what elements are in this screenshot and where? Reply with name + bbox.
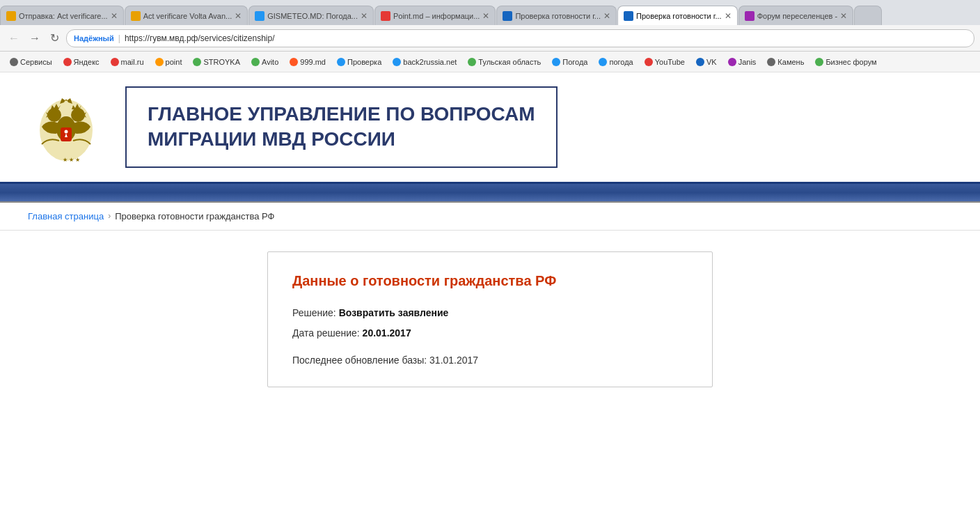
tab-5[interactable]: Проверка готовности г... ✕	[496, 6, 617, 25]
bookmark-tulskaya-icon	[468, 58, 476, 66]
bookmark-youtube-icon	[645, 58, 653, 66]
decision-value: Возвратить заявление	[339, 307, 449, 318]
tab-1-label: Отправка: Act verificare...	[19, 12, 108, 20]
bookmark-tulskaya-label: Тульская область	[478, 58, 541, 66]
bookmark-proverka-icon	[337, 58, 345, 66]
bookmarks-bar: Сервисы Яндекс mail.ru point STROYKA Avi…	[0, 52, 980, 72]
bookmark-pogoda1-icon	[552, 58, 560, 66]
bookmark-mailru[interactable]: mail.ru	[106, 56, 148, 68]
tab-6[interactable]: Проверка готовности г... ✕	[617, 6, 738, 25]
bookmark-pogoda2-icon	[599, 58, 607, 66]
bookmark-biznes[interactable]: Бизнес форум	[811, 56, 880, 68]
bookmark-point-icon	[155, 58, 164, 66]
bookmark-pogoda2-label: погода	[609, 58, 633, 66]
breadcrumb-separator: ›	[108, 211, 111, 221]
bookmark-servisy[interactable]: Сервисы	[6, 56, 56, 68]
bookmark-999md-label: 999.md	[300, 58, 326, 66]
tab-8[interactable]	[854, 6, 882, 25]
main-content: Данные о готовности гражданства РФ Решен…	[0, 231, 980, 509]
bookmark-biznes-icon	[815, 58, 823, 66]
tab-1[interactable]: Отправка: Act verificare... ✕	[0, 6, 124, 25]
bookmark-janis-label: Janis	[738, 58, 757, 66]
bookmark-kamen-label: Камень	[777, 58, 804, 66]
tab-3-close[interactable]: ✕	[361, 11, 368, 21]
bookmark-youtube[interactable]: YouTube	[640, 56, 689, 68]
tab-4-favicon	[381, 11, 390, 21]
bookmark-youtube-label: YouTube	[655, 58, 685, 66]
bookmark-servisy-label: Сервисы	[20, 58, 52, 66]
bookmark-999md-icon	[290, 58, 298, 66]
reload-button[interactable]: ↻	[47, 30, 62, 46]
bookmark-back2russia[interactable]: back2russia.net	[388, 56, 461, 68]
svg-text:★ ★ ★: ★ ★ ★	[63, 157, 80, 163]
tab-3-label: GISMETEO.MD: Погода...	[267, 12, 358, 20]
bookmark-back2russia-label: back2russia.net	[403, 58, 457, 66]
tab-5-label: Проверка готовности г...	[515, 12, 601, 20]
tab-4-label: Point.md – информаци...	[393, 12, 480, 20]
bookmark-yandex-icon	[63, 58, 72, 66]
address-input-container[interactable]: Надёжный | https://гувм.мвд.рф/services/…	[66, 29, 974, 47]
bookmark-servisy-icon	[10, 58, 18, 66]
bookmark-vk-label: VK	[706, 58, 717, 66]
tab-1-close[interactable]: ✕	[111, 11, 118, 21]
bookmark-yandex[interactable]: Яндекс	[59, 56, 104, 68]
tab-7[interactable]: Форум переселенцев - ✕	[738, 6, 854, 25]
bookmark-pogoda1[interactable]: Погода	[548, 56, 592, 68]
forward-button[interactable]: →	[26, 31, 43, 46]
bookmark-stroyka[interactable]: STROYKA	[189, 56, 244, 68]
bookmark-avito-icon	[251, 58, 260, 66]
secure-divider: |	[118, 33, 120, 43]
update-label: Последнее обновление базы:	[292, 355, 429, 366]
tab-1-favicon	[6, 11, 16, 21]
bookmark-stroyka-label: STROYKA	[203, 58, 240, 66]
emblem: ★ ★ ★	[28, 88, 104, 165]
bookmark-back2russia-icon	[393, 58, 401, 66]
tab-2-close[interactable]: ✕	[235, 11, 242, 21]
site-title: ГЛАВНОЕ УПРАВЛЕНИЕ ПО ВОПРОСАМ МИГРАЦИИ …	[125, 86, 558, 168]
tab-7-favicon	[745, 11, 754, 21]
tab-6-label: Проверка готовности г...	[636, 12, 722, 20]
bookmark-vk[interactable]: VK	[692, 56, 721, 68]
breadcrumb-home-link[interactable]: Главная страница	[28, 211, 104, 222]
bookmark-pogoda2[interactable]: погода	[594, 56, 637, 68]
svg-point-6	[65, 130, 68, 134]
bookmark-kamen[interactable]: Камень	[763, 56, 808, 68]
bookmark-999md[interactable]: 999.md	[285, 56, 330, 68]
tab-bar: Отправка: Act verificare... ✕ Act verifi…	[0, 0, 980, 25]
date-value: 20.01.2017	[363, 327, 411, 339]
page-content: ★ ★ ★ ГЛАВНОЕ УПРАВЛЕНИЕ ПО ВОПРОСАМ МИГ…	[0, 72, 980, 509]
tab-4[interactable]: Point.md – информаци... ✕	[374, 6, 496, 25]
update-value: 31.01.2017	[429, 355, 478, 366]
tab-7-close[interactable]: ✕	[840, 11, 847, 21]
breadcrumb-current: Проверка готовности гражданства РФ	[115, 211, 274, 222]
bookmark-mailru-icon	[111, 58, 119, 66]
tab-2-label: Act verificare Volta Avan...	[143, 12, 232, 20]
tab-2[interactable]: Act verificare Volta Avan... ✕	[125, 6, 248, 25]
bookmark-proverka[interactable]: Проверка	[333, 56, 386, 68]
site-header: ★ ★ ★ ГЛАВНОЕ УПРАВЛЕНИЕ ПО ВОПРОСАМ МИГ…	[0, 72, 980, 182]
breadcrumb: Главная страница › Проверка готовности г…	[0, 203, 980, 231]
site-title-line2: МИГРАЦИИ МВД РОССИИ	[148, 127, 535, 152]
bookmark-avito[interactable]: Avito	[247, 56, 283, 68]
bookmark-janis[interactable]: Janis	[724, 56, 761, 68]
back-button[interactable]: ←	[6, 31, 22, 46]
tab-7-label: Форум переселенцев -	[757, 12, 838, 20]
decision-label: Решение:	[292, 307, 339, 318]
bookmark-point-label: point	[166, 58, 182, 66]
nav-stripe	[0, 182, 980, 203]
result-card-title: Данные о готовности гражданства РФ	[292, 273, 688, 289]
bookmark-proverka-label: Проверка	[347, 58, 381, 66]
address-bar: ← → ↻ Надёжный | https://гувм.мвд.рф/ser…	[0, 25, 980, 52]
tab-3[interactable]: GISMETEO.MD: Погода... ✕	[248, 6, 374, 25]
tab-5-favicon	[503, 11, 512, 21]
bookmark-point[interactable]: point	[151, 56, 187, 68]
bookmark-vk-icon	[696, 58, 704, 66]
bookmark-janis-icon	[728, 58, 736, 66]
tab-5-close[interactable]: ✕	[603, 11, 610, 21]
tab-6-close[interactable]: ✕	[725, 11, 732, 21]
bookmark-kamen-icon	[767, 58, 775, 66]
date-label: Дата решение:	[292, 327, 363, 339]
bookmark-tulskaya[interactable]: Тульская область	[464, 56, 545, 68]
tab-2-favicon	[131, 11, 141, 21]
tab-4-close[interactable]: ✕	[482, 11, 489, 21]
